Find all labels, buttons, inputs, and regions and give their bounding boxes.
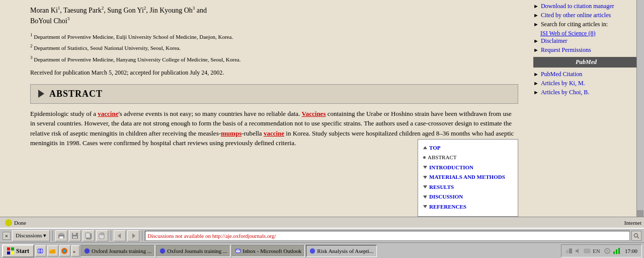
- toolbar-icon-btn-2[interactable]: [69, 230, 81, 241]
- copy-icon: [85, 232, 93, 240]
- toolbar-address-box: Discussions not available on http://aje.…: [145, 231, 630, 241]
- svg-marker-10: [118, 233, 121, 238]
- status-done: Done: [3, 219, 29, 226]
- link-search-label: ► Search for citing articles in:: [533, 21, 639, 28]
- toc-item-discussion[interactable]: DISCUSSION: [423, 192, 513, 201]
- toc-item-intro[interactable]: INTRODUCTION: [423, 163, 513, 172]
- taskbar: × Discussions ▾ Discussions not availabl…: [0, 228, 644, 258]
- svg-text:EN: EN: [593, 248, 600, 254]
- link-cited-anchor[interactable]: Cited by other online articles: [541, 12, 611, 19]
- toolbar-icon-btn-5[interactable]: [114, 230, 126, 241]
- svg-rect-30: [569, 248, 572, 253]
- taskbar-task-2[interactable]: Oxford Journals training ...: [156, 245, 230, 257]
- toc-item-top[interactable]: TOP: [423, 144, 513, 152]
- link-articles-choi[interactable]: ► Articles by Choi, B.: [533, 89, 639, 96]
- antivirus-icon: A: [604, 247, 611, 254]
- toc-link-top[interactable]: TOP: [429, 144, 440, 152]
- link-permissions-anchor[interactable]: Request Permissions: [541, 46, 591, 54]
- arrow-icon-cited: ►: [533, 12, 539, 18]
- quick-launch-ie[interactable]: [35, 245, 46, 256]
- svg-rect-4: [73, 233, 76, 235]
- link-articles-ki[interactable]: ► Articles by Ki, M.: [533, 80, 639, 87]
- start-button[interactable]: Start: [2, 244, 34, 257]
- discussions-button[interactable]: Discussions ▾: [12, 230, 50, 241]
- back-icon: [116, 232, 124, 240]
- abstract-section: ABSTRACT: [30, 84, 518, 104]
- ie-icon-task1: [84, 248, 90, 254]
- toolbar-close-button[interactable]: ×: [3, 232, 11, 240]
- toolbar-search-button[interactable]: [631, 231, 641, 241]
- task-1-label: Oxford Journals training ...: [92, 248, 151, 254]
- save-icon: [71, 232, 79, 240]
- svg-rect-15: [11, 247, 14, 250]
- firefox-icon: [61, 247, 68, 254]
- vaccine-link-1[interactable]: vaccine: [98, 110, 118, 117]
- authors-section: Moran Ki1, Taesung Park2, Sung Gon Yi2, …: [30, 5, 518, 26]
- quick-launch-more[interactable]: »: [71, 245, 79, 256]
- taskbar-tray: EN A 17:00: [561, 244, 642, 257]
- affiliation-3: 3 Department of Preventive Medicine, Han…: [30, 54, 518, 64]
- toc-link-discussion[interactable]: DISCUSSION: [429, 192, 463, 201]
- toc-link-intro[interactable]: INTRODUCTION: [429, 163, 473, 172]
- svg-rect-17: [11, 251, 14, 254]
- articles-ki-link[interactable]: Articles by Ki, M.: [541, 80, 585, 87]
- search-label-text: Search for citing articles in:: [541, 21, 608, 28]
- mumps-link[interactable]: mumps: [221, 130, 242, 137]
- outlook-icon-task3: [235, 248, 241, 254]
- toc-link-results[interactable]: RESULTS: [429, 183, 454, 191]
- toc-label-abstract: ABSTRACT: [428, 153, 456, 162]
- svg-rect-37: [616, 249, 617, 254]
- abstract-expand-icon[interactable]: [38, 90, 44, 98]
- toc-down-icon-discussion: [423, 196, 427, 199]
- svg-point-12: [634, 233, 638, 237]
- quick-launch-firefox[interactable]: [59, 245, 70, 256]
- affiliations-section: 1 Department of Preventive Medicine, Eul…: [30, 31, 518, 64]
- lang-icon: EN: [593, 247, 602, 254]
- taskbar-bottom: Start » Oxford Journals training ... Oxf…: [0, 243, 644, 258]
- link-pubmed-citation[interactable]: ► PubMed Citation: [533, 71, 639, 78]
- toc-down-icon-results: [423, 185, 427, 188]
- taskbar-task-3[interactable]: Inbox - Microsoft Outlook: [231, 245, 305, 257]
- quick-launch-explorer[interactable]: [47, 245, 58, 256]
- toc-link-references[interactable]: REFERENCES: [429, 203, 466, 211]
- svg-rect-22: [49, 249, 52, 251]
- received-date: Received for publication March 5, 2002; …: [30, 69, 518, 77]
- toolbar-icon-btn-6[interactable]: [127, 230, 139, 241]
- affiliation-2: 2 Department of Statistics, Seoul Nation…: [30, 42, 518, 52]
- vaccines-link[interactable]: Vaccines: [302, 110, 326, 117]
- volume-icon: [575, 247, 582, 254]
- svg-point-26: [160, 248, 165, 253]
- link-permissions[interactable]: ► Request Permissions: [533, 46, 639, 54]
- toc-item-materials[interactable]: MATERIALS AND METHODS: [423, 173, 513, 181]
- link-download-anchor[interactable]: Download to citation manager: [541, 3, 614, 10]
- link-download[interactable]: ► Download to citation manager: [533, 3, 639, 10]
- taskbar-task-4[interactable]: Risk Analysis of Asepti...: [306, 245, 377, 257]
- vaccine-link-2[interactable]: vaccine: [264, 130, 284, 137]
- svg-line-13: [637, 237, 639, 238]
- link-disclaimer-anchor[interactable]: Disclaimer: [541, 37, 568, 45]
- ie-icon-quick: [37, 247, 44, 254]
- toc-item-results[interactable]: RESULTS: [423, 183, 513, 191]
- link-disclaimer[interactable]: ► Disclaimer: [533, 37, 639, 45]
- svg-point-25: [85, 248, 90, 253]
- abstract-header: ABSTRACT: [38, 89, 510, 99]
- toolbar-icon-btn-4[interactable]: [96, 230, 108, 241]
- ie-icon-task4: [309, 248, 315, 254]
- svg-rect-29: [566, 250, 569, 253]
- isi-link[interactable]: ISI Web of Science (8): [540, 30, 595, 37]
- toc-item-references[interactable]: REFERENCES: [423, 203, 513, 211]
- taskbar-task-1[interactable]: Oxford Journals training ...: [80, 245, 155, 257]
- toolbar-icon-btn-3[interactable]: [83, 230, 95, 241]
- link-cited[interactable]: ► Cited by other online articles: [533, 12, 639, 19]
- pubmed-citation-link[interactable]: PubMed Citation: [541, 71, 582, 78]
- arrow-icon-articles-choi: ►: [533, 89, 539, 95]
- toc-link-materials[interactable]: MATERIALS AND METHODS: [429, 173, 505, 181]
- start-label: Start: [16, 247, 29, 255]
- isi-link-container[interactable]: ISI Web of Science (8): [540, 30, 639, 37]
- articles-choi-link[interactable]: Articles by Choi, B.: [541, 89, 589, 96]
- ie-icon-task2: [159, 248, 166, 254]
- scrollbar[interactable]: [636, 0, 644, 228]
- search-icon: [633, 233, 639, 239]
- abstract-title: ABSTRACT: [49, 89, 103, 99]
- toolbar-icon-btn-1[interactable]: [55, 230, 67, 241]
